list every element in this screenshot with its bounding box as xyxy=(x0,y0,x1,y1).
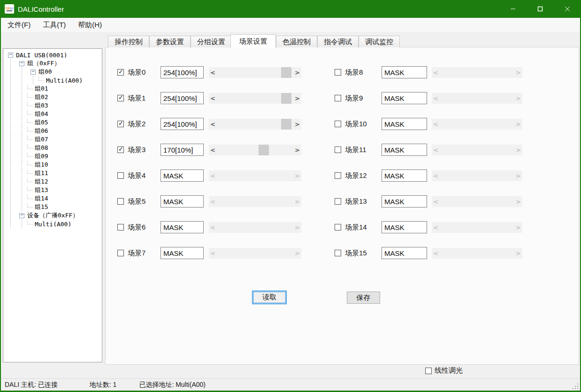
tree-guide-line xyxy=(10,110,11,118)
scene-11-level-scrollbar: <> xyxy=(432,145,522,155)
tree-item[interactable]: 组00 xyxy=(3,68,102,76)
menu-tools[interactable]: 工具(T) xyxy=(37,19,71,31)
close-button[interactable] xyxy=(554,0,581,18)
tree-item-label: 组05 xyxy=(34,118,49,127)
tree-connector xyxy=(27,203,33,208)
tree-item-label: 组01 xyxy=(34,85,49,93)
tree-item[interactable]: 组11 xyxy=(3,169,102,177)
tab-0[interactable]: 操作控制 xyxy=(108,36,149,47)
scene-14-value-input[interactable] xyxy=(382,221,427,233)
tree-item-label: 组14 xyxy=(34,194,49,203)
tree-connector xyxy=(27,85,33,89)
scene-12-checkbox[interactable] xyxy=(335,172,341,179)
resize-grip[interactable] xyxy=(573,383,579,389)
tree-guide-line xyxy=(22,220,22,228)
tab-1[interactable]: 参数设置 xyxy=(149,36,191,47)
read-button[interactable]: 读取 xyxy=(252,291,287,304)
tree-expander-icon[interactable] xyxy=(31,69,36,75)
tree-item-label: 组（0xFF） xyxy=(26,59,61,68)
scene-12-value-input[interactable] xyxy=(382,169,427,182)
tree-item[interactable]: 组04 xyxy=(3,110,102,118)
scene-13-value-input[interactable] xyxy=(382,195,427,208)
scroll-left-icon: < xyxy=(432,196,440,207)
maximize-button[interactable] xyxy=(527,0,554,18)
scene-row-14: 场景14<> xyxy=(106,221,579,234)
scene-15-value-input[interactable] xyxy=(382,247,427,259)
tree-item[interactable]: 组05 xyxy=(3,118,102,127)
tab-5[interactable]: 指令调试 xyxy=(317,36,359,47)
tree-item-label: 设备（广播0xFF） xyxy=(26,211,79,220)
tree-item[interactable]: 组01 xyxy=(3,85,102,93)
tree-item[interactable]: 组09 xyxy=(3,152,102,161)
tree-guide-line xyxy=(10,169,11,177)
scene-14-level-scrollbar: <> xyxy=(432,222,522,233)
tree-guide-line xyxy=(10,220,11,228)
tab-2[interactable]: 分组设置 xyxy=(191,36,232,47)
scene-row-13: 场景13<> xyxy=(106,195,579,208)
tree-item[interactable]: 设备（广播0xFF） xyxy=(3,211,102,220)
tree-guide-line xyxy=(10,152,11,161)
tree-guide-line xyxy=(22,110,22,118)
linear-dimming-checkbox[interactable] xyxy=(425,368,432,374)
tree-item-label: 组06 xyxy=(34,127,49,135)
menu-help[interactable]: 帮助(H) xyxy=(72,19,107,31)
scene-row-8: 场景8<> xyxy=(106,66,579,79)
tree-guide-line xyxy=(10,76,11,85)
tree-connector xyxy=(27,102,33,106)
scroll-left-icon: < xyxy=(432,222,440,233)
tree-item[interactable]: 组（0xFF） xyxy=(3,59,102,68)
scene-9-value-input[interactable] xyxy=(382,92,427,104)
tree-item[interactable]: 组03 xyxy=(3,101,102,110)
tree-item[interactable]: 组12 xyxy=(3,177,102,186)
statusbar: DALI 主机: 已连接 地址数: 1 已选择地址: Multi(A00) xyxy=(1,378,580,391)
tree-item[interactable]: 组08 xyxy=(3,144,102,152)
scene-15-level-scrollbar: <> xyxy=(432,248,522,259)
menu-file[interactable]: 文件(F) xyxy=(2,19,36,31)
scroll-left-icon: < xyxy=(432,170,440,181)
scene-10-checkbox[interactable] xyxy=(335,121,341,127)
tab-4[interactable]: 色温控制 xyxy=(276,36,317,47)
status-address-count: 地址数: 1 xyxy=(90,381,117,389)
scene-15-checkbox[interactable] xyxy=(335,250,341,256)
tab-3[interactable]: 场景设置 xyxy=(230,34,276,48)
scene-9-level-scrollbar: <> xyxy=(432,93,522,104)
tab-6[interactable]: 调试监控 xyxy=(359,36,400,47)
tree-connector xyxy=(27,144,33,148)
tree-expander-icon[interactable] xyxy=(19,61,24,66)
tree-item[interactable]: Multi(A00) xyxy=(3,220,102,228)
minimize-button[interactable] xyxy=(499,0,527,18)
scene-14-checkbox[interactable] xyxy=(335,224,341,231)
tree-item[interactable]: 组07 xyxy=(3,135,102,144)
tree-item-label: 组07 xyxy=(34,135,49,144)
tree-item[interactable]: 组14 xyxy=(3,194,102,203)
status-selected-address: 已选择地址: Multi(A00) xyxy=(139,381,206,389)
tree-guide-line xyxy=(10,93,11,101)
tree-item[interactable]: 组15 xyxy=(3,203,102,211)
scene-12-level-scrollbar: <> xyxy=(432,170,522,181)
titlebar: DALI DALIController xyxy=(0,0,581,18)
tree-expander-icon[interactable] xyxy=(8,53,13,58)
linear-dimming-label: 线性调光 xyxy=(435,366,463,375)
tree-item[interactable]: 组13 xyxy=(3,186,102,194)
tree-expander-icon[interactable] xyxy=(19,213,24,218)
tree-item-label: DALI USB(0001) xyxy=(15,52,69,59)
scene-10-value-input[interactable] xyxy=(382,118,427,130)
tree-item[interactable]: 组02 xyxy=(3,93,102,101)
scene-11-checkbox[interactable] xyxy=(335,146,341,153)
scene-8-checkbox[interactable] xyxy=(335,69,341,76)
scroll-right-icon: > xyxy=(514,93,522,104)
tree-item[interactable]: 组06 xyxy=(3,127,102,135)
tree-item[interactable]: DALI USB(0001) xyxy=(3,51,102,59)
save-button[interactable]: 保存 xyxy=(347,292,380,304)
scene-9-checkbox[interactable] xyxy=(335,95,341,101)
tree-item[interactable]: 组10 xyxy=(3,161,102,169)
tree-item-label: 组09 xyxy=(34,152,49,161)
scene-11-value-input[interactable] xyxy=(382,144,427,156)
tree-item[interactable]: Multi(A00) xyxy=(3,76,102,85)
tree-item-label: 组15 xyxy=(34,203,49,211)
scroll-right-icon: > xyxy=(514,67,522,78)
scene-8-value-input[interactable] xyxy=(382,66,427,78)
scroll-right-icon: > xyxy=(514,119,522,130)
tree-guide-line xyxy=(10,144,11,152)
scene-13-checkbox[interactable] xyxy=(335,198,341,205)
